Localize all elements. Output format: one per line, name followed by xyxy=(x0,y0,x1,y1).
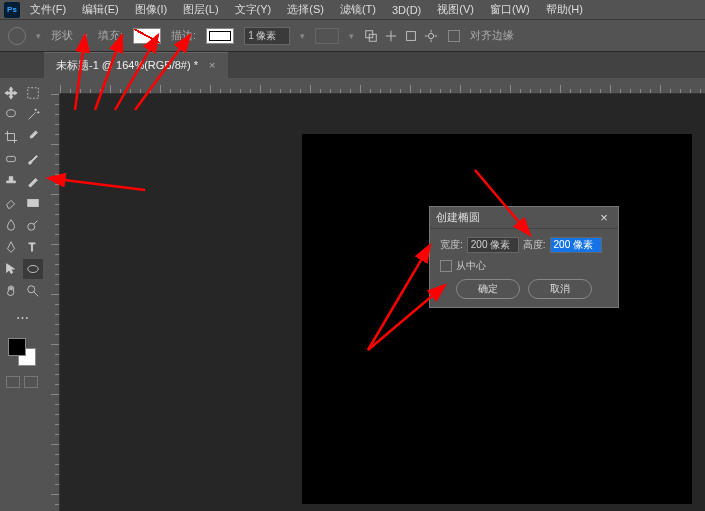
stroke-style-select[interactable] xyxy=(315,28,339,44)
gradient-tool[interactable] xyxy=(23,193,43,213)
svg-point-5 xyxy=(7,110,16,117)
move-tool[interactable] xyxy=(1,83,21,103)
svg-point-10 xyxy=(28,266,39,273)
menu-bar: Ps 文件(F) 编辑(E) 图像(I) 图层(L) 文字(Y) 选择(S) 滤… xyxy=(0,0,705,20)
ok-button[interactable]: 确定 xyxy=(456,279,520,299)
marquee-tool[interactable] xyxy=(23,83,43,103)
chevron-down-icon[interactable]: ▾ xyxy=(300,31,305,41)
foreground-color[interactable] xyxy=(8,338,26,356)
active-tool-icon[interactable] xyxy=(8,27,26,45)
menu-window[interactable]: 窗口(W) xyxy=(484,0,536,19)
from-center-label: 从中心 xyxy=(456,259,486,273)
lasso-tool[interactable] xyxy=(1,105,21,125)
from-center-checkbox[interactable] xyxy=(440,260,452,272)
stamp-tool[interactable] xyxy=(1,171,21,191)
edit-toolbar-icon[interactable]: ⋯ xyxy=(12,307,32,327)
vertical-ruler[interactable] xyxy=(44,94,60,511)
type-tool[interactable]: T xyxy=(23,237,43,257)
document-tab-title: 未标题-1 @ 164%(RGB/8#) * xyxy=(56,59,198,71)
svg-rect-6 xyxy=(7,156,16,161)
dodge-tool[interactable] xyxy=(23,215,43,235)
horizontal-ruler[interactable] xyxy=(60,78,705,94)
align-edges-label: 对齐边缘 xyxy=(470,28,514,43)
screen-mode-icon[interactable] xyxy=(24,376,38,388)
fill-color-swatch[interactable] xyxy=(133,28,161,44)
zoom-tool[interactable] xyxy=(23,281,43,301)
menu-type[interactable]: 文字(Y) xyxy=(229,0,278,19)
menu-help[interactable]: 帮助(H) xyxy=(540,0,589,19)
create-ellipse-dialog: 创建椭圆 × 宽度: 高度: 从中心 确定 取消 xyxy=(429,206,619,308)
fill-label: 填充: xyxy=(98,28,123,43)
canvas-area[interactable]: 创建椭圆 × 宽度: 高度: 从中心 确定 取消 xyxy=(44,78,705,511)
document-canvas[interactable] xyxy=(302,134,692,504)
quick-mask-icon[interactable] xyxy=(6,376,20,388)
chevron-down-icon[interactable]: ▾ xyxy=(36,31,41,41)
chevron-down-icon[interactable]: ▾ xyxy=(349,31,354,41)
blur-tool[interactable] xyxy=(1,215,21,235)
color-picker[interactable] xyxy=(8,338,36,366)
ruler-origin[interactable] xyxy=(44,78,60,94)
svg-point-11 xyxy=(28,286,35,293)
svg-text:T: T xyxy=(29,241,36,253)
align-edges-checkbox[interactable] xyxy=(448,30,460,42)
menu-3d[interactable]: 3D(D) xyxy=(386,2,427,18)
cancel-button[interactable]: 取消 xyxy=(528,279,592,299)
options-bar: ▾ 形状 ▾ 填充: 描边: ▾ ▾ 对齐边缘 xyxy=(0,20,705,52)
menu-layer[interactable]: 图层(L) xyxy=(177,0,224,19)
eraser-tool[interactable] xyxy=(1,193,21,213)
align-icon[interactable] xyxy=(384,29,398,43)
svg-point-8 xyxy=(28,223,35,230)
width-label: 宽度: xyxy=(440,238,463,252)
menu-file[interactable]: 文件(F) xyxy=(24,0,72,19)
svg-rect-2 xyxy=(407,31,416,40)
gear-icon[interactable] xyxy=(424,29,438,43)
height-input[interactable] xyxy=(550,237,602,253)
dialog-titlebar[interactable]: 创建椭圆 × xyxy=(430,207,618,229)
menu-image[interactable]: 图像(I) xyxy=(129,0,173,19)
width-input[interactable] xyxy=(467,237,519,253)
chevron-down-icon[interactable]: ▾ xyxy=(83,31,88,41)
menu-filter[interactable]: 滤镜(T) xyxy=(334,0,382,19)
ellipse-tool[interactable] xyxy=(23,259,43,279)
main-area: T ⋯ 创建椭圆 × 宽度: xyxy=(0,78,705,511)
heal-tool[interactable] xyxy=(1,149,21,169)
arrange-icon[interactable] xyxy=(404,29,418,43)
eyedropper-tool[interactable] xyxy=(23,127,43,147)
brush-tool[interactable] xyxy=(23,149,43,169)
path-ops-icon[interactable] xyxy=(364,29,378,43)
svg-point-3 xyxy=(429,33,434,38)
ps-logo-icon: Ps xyxy=(4,2,20,18)
svg-rect-7 xyxy=(28,200,39,207)
pen-tool[interactable] xyxy=(1,237,21,257)
menu-edit[interactable]: 编辑(E) xyxy=(76,0,125,19)
menu-view[interactable]: 视图(V) xyxy=(431,0,480,19)
crop-tool[interactable] xyxy=(1,127,21,147)
path-select-tool[interactable] xyxy=(1,259,21,279)
wand-tool[interactable] xyxy=(23,105,43,125)
svg-rect-4 xyxy=(28,88,39,99)
stroke-label: 描边: xyxy=(171,28,196,43)
hand-tool[interactable] xyxy=(1,281,21,301)
document-tab-bar: 未标题-1 @ 164%(RGB/8#) * × xyxy=(0,52,705,78)
dialog-title: 创建椭圆 xyxy=(436,210,480,225)
close-tab-icon[interactable]: × xyxy=(209,59,215,71)
stroke-color-swatch[interactable] xyxy=(206,28,234,44)
close-icon[interactable]: × xyxy=(596,210,612,226)
tools-panel: T ⋯ xyxy=(0,78,44,511)
stroke-width-input[interactable] xyxy=(244,27,290,45)
shape-mode-select[interactable]: 形状 xyxy=(51,28,73,43)
height-label: 高度: xyxy=(523,238,546,252)
history-brush-tool[interactable] xyxy=(23,171,43,191)
document-tab[interactable]: 未标题-1 @ 164%(RGB/8#) * × xyxy=(44,52,228,78)
menu-select[interactable]: 选择(S) xyxy=(281,0,330,19)
